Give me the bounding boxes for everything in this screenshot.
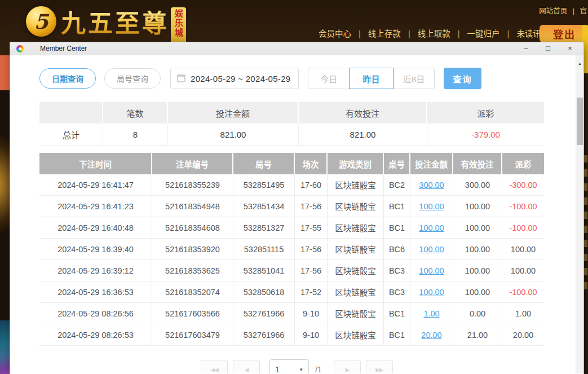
quick-last8days-button[interactable]: 近8日 [393, 68, 435, 89]
cell-session: 17-56 [295, 196, 328, 217]
bet-amount-link[interactable]: 20.00 [421, 331, 441, 340]
summary-header-row: 笔数 投注金额 有效投注 派彩 [39, 102, 544, 124]
cell-table-number: BC3 [384, 281, 410, 302]
cell-valid-bet: 21.00 [453, 324, 502, 345]
cell-game-type: 区块链骰宝 [328, 260, 384, 281]
brand-title: 九五至尊 [61, 3, 169, 39]
scrollbar-thumb[interactable] [577, 98, 583, 145]
header-bet-time: 下注时间 [39, 153, 152, 174]
nav-item-online-deposit[interactable]: 线上存款 [368, 29, 401, 38]
cell-valid-bet: 100.00 [453, 281, 502, 302]
cell-table-number: BC1 [384, 196, 410, 217]
maximize-button[interactable]: □ [542, 43, 554, 54]
bet-table-header-row: 下注时间 注单编号 局号 场次 游戏类别 桌号 投注金额 有效投注 派彩 [39, 153, 544, 174]
bet-history-table: 下注时间 注单编号 局号 场次 游戏类别 桌号 投注金额 有效投注 派彩 202… [39, 153, 544, 346]
cell-order-number: 521618353920 [152, 239, 233, 259]
cell-bet-time: 2024-05-29 08:26:56 [39, 303, 152, 324]
cell-payout: 1.00 [502, 303, 544, 324]
cell-bet-amount[interactable]: 100.00 [410, 260, 453, 281]
brand-logo-icon[interactable]: 5 [26, 6, 56, 37]
cell-game-type: 区块链骰宝 [328, 196, 384, 217]
cell-bet-amount[interactable]: 20.00 [410, 324, 453, 345]
header-game-type: 游戏类别 [328, 153, 384, 174]
nav-item-member-center[interactable]: 会员中心 [319, 29, 351, 38]
cell-order-number: 521618354608 [152, 217, 233, 238]
header-payout: 派彩 [502, 153, 544, 174]
cell-payout: -100.00 [502, 217, 544, 238]
table-row: 2024-05-29 16:36:53521618352074532850618… [39, 281, 544, 303]
table-row: 2024-05-29 16:39:40521618353920532851115… [39, 239, 544, 260]
logout-button[interactable]: 登出 [540, 25, 588, 42]
quick-today-button[interactable]: 今日 [308, 68, 350, 89]
cell-bet-time: 2024-05-29 16:39:40 [39, 239, 152, 259]
nav-item-one-key-transfer[interactable]: 一键归户 [467, 29, 500, 38]
scrollbar-up-arrow-icon[interactable]: ▲ [576, 61, 583, 65]
top-links: 网站首页 | 官 [539, 5, 587, 16]
cell-round-number: 532761966 [233, 303, 295, 324]
bet-amount-link[interactable]: 100.00 [419, 266, 444, 275]
brand-subtitle-badge: 娱乐城 [171, 7, 186, 47]
summary-header-blank [39, 102, 103, 124]
cell-game-type: 区块链骰宝 [328, 303, 384, 324]
cell-session: 17-55 [295, 217, 328, 238]
vertical-scrollbar[interactable]: ▲ [576, 55, 583, 373]
cell-order-number: 521617603479 [152, 324, 233, 345]
search-button[interactable]: 查询 [444, 68, 481, 89]
cell-bet-amount[interactable]: 100.00 [410, 196, 453, 217]
brand-logo-number: 5 [34, 10, 48, 33]
summary-header-payout: 派彩 [427, 102, 544, 124]
cell-order-number: 521618353625 [152, 260, 233, 281]
cell-payout: -300.00 [502, 174, 544, 195]
summary-total-label: 总计 [39, 124, 103, 146]
screen: 5 九五至尊 娱乐城 网站首页 | 官 会员中心 | 线上存款 | 线上取款 |… [0, 0, 588, 374]
cell-order-number: 521617603566 [152, 303, 233, 324]
calendar-icon [177, 74, 185, 82]
cell-bet-time: 2024-05-29 16:41:47 [39, 174, 152, 195]
tab-date-query[interactable]: 日期查询 [39, 68, 96, 89]
cell-game-type: 区块链骰宝 [328, 217, 384, 238]
cell-round-number: 532851041 [233, 260, 295, 281]
close-button[interactable]: × [564, 43, 576, 54]
cell-table-number: BC2 [384, 174, 410, 195]
window-app-icon [16, 45, 24, 52]
bet-amount-link[interactable]: 100.00 [419, 202, 444, 211]
member-center-content: 日期查询 局号查询 2024-05-29 ~ 2024-05-29 今日 昨日 … [10, 55, 583, 373]
bet-amount-link[interactable]: 100.00 [419, 245, 444, 254]
quick-range-group: 今日 昨日 近8日 [308, 68, 435, 89]
top-link-home[interactable]: 网站首页 [539, 7, 567, 15]
next-page-button[interactable]: ▶ [334, 360, 361, 373]
first-page-button[interactable]: ◀◀ [201, 360, 228, 373]
top-link-clipped[interactable]: 官 [580, 7, 587, 15]
nav-item-online-withdraw[interactable]: 线上取款 [418, 29, 450, 38]
cell-game-type: 区块链骰宝 [328, 239, 384, 259]
cell-payout: 20.00 [502, 324, 544, 345]
bet-amount-link[interactable]: 1.00 [423, 309, 439, 318]
cell-round-number: 532851434 [233, 196, 295, 217]
bet-amount-link[interactable]: 100.00 [419, 288, 444, 297]
cell-bet-amount[interactable]: 100.00 [410, 239, 453, 259]
minimize-button[interactable]: – [520, 43, 532, 54]
cell-bet-amount[interactable]: 300.00 [410, 174, 453, 195]
cell-payout: -100.00 [502, 281, 544, 302]
quick-yesterday-button[interactable]: 昨日 [349, 68, 394, 89]
cell-game-type: 区块链骰宝 [328, 174, 384, 195]
table-row: 2024-05-29 08:26:56521617603566532761966… [39, 303, 544, 324]
window-titlebar[interactable]: Member Center – □ × [10, 42, 583, 55]
cell-bet-time: 2024-05-29 16:41:23 [39, 196, 152, 217]
cell-round-number: 532851327 [233, 217, 295, 238]
cell-bet-amount[interactable]: 100.00 [410, 281, 453, 302]
header-session: 场次 [295, 153, 328, 174]
cell-session: 17-60 [295, 174, 328, 195]
cell-bet-amount[interactable]: 100.00 [410, 217, 453, 238]
site-right-banner-text [584, 155, 587, 296]
bet-amount-link[interactable]: 100.00 [419, 223, 444, 232]
bet-amount-link[interactable]: 300.00 [419, 181, 444, 190]
prev-page-button[interactable]: ◀ [233, 360, 260, 373]
page-select[interactable]: 1 ▼ [269, 359, 309, 373]
cell-payout: -100.00 [502, 196, 544, 217]
cell-order-number: 521618352074 [152, 281, 233, 302]
tab-round-query[interactable]: 局号查询 [104, 68, 161, 89]
last-page-button[interactable]: ▶▶ [366, 360, 393, 373]
cell-bet-amount[interactable]: 1.00 [410, 303, 453, 324]
date-range-input[interactable]: 2024-05-29 ~ 2024-05-29 [170, 68, 299, 89]
